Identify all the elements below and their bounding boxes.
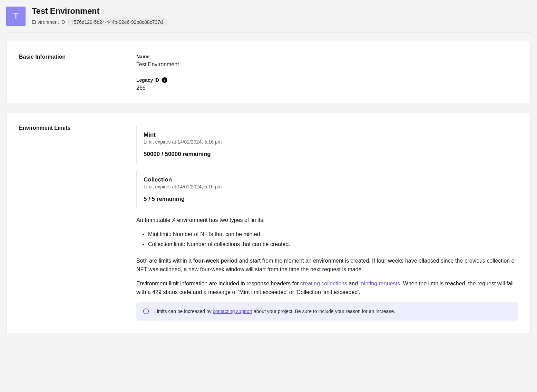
creating-collections-link[interactable]: creating collections xyxy=(300,281,347,286)
env-id-chip[interactable]: f576d129-5b24-444b-92e6-92b8c88c737d xyxy=(68,18,166,26)
collection-limit-box: Collection Limit expires at 14/01/2024, … xyxy=(136,170,518,209)
collection-limit-remaining: 5 / 5 remaining xyxy=(144,196,511,203)
bullet-mint: Mint limit: Number of NFTs that can be m… xyxy=(148,230,518,239)
name-value: Test Environment xyxy=(136,61,518,68)
desc-intro: An Immutable X environment has two types… xyxy=(136,216,518,225)
mint-limit-expires: Limit expires at 14/01/2024, 5:16 pm xyxy=(144,139,511,145)
basic-info-title: Basic Information xyxy=(19,54,136,91)
page-header: T Test Environment Environment ID f576d1… xyxy=(6,6,531,33)
name-label: Name xyxy=(136,54,149,59)
avatar: T xyxy=(6,7,26,26)
desc-para2: Both are limits within a four-week perio… xyxy=(136,257,518,274)
info-outline-icon xyxy=(143,308,149,315)
env-id-label: Environment ID xyxy=(32,19,65,25)
legacy-id-value: 266 xyxy=(136,85,518,91)
environment-limits-card: Environment Limits Mint Limit expires at… xyxy=(6,112,531,333)
mint-limit-remaining: 50000 / 50000 remaining xyxy=(144,151,511,158)
page-title: Test Environment xyxy=(32,6,167,16)
mint-limit-box: Mint Limit expires at 14/01/2024, 5:16 p… xyxy=(136,125,518,164)
minting-requests-link[interactable]: minting requests xyxy=(360,281,400,286)
legacy-id-label: Legacy ID xyxy=(136,77,159,83)
svg-point-2 xyxy=(146,310,146,310)
info-icon[interactable]: i xyxy=(162,77,167,83)
increase-notice: Limits can be increased by contacting su… xyxy=(136,302,518,321)
environment-limits-title: Environment Limits xyxy=(19,125,136,321)
mint-limit-title: Mint xyxy=(144,131,511,138)
basic-info-card: Basic Information Name Test Environment … xyxy=(6,41,531,104)
desc-para3: Environment limit information are includ… xyxy=(136,280,518,297)
contacting-support-link[interactable]: contacting support xyxy=(213,308,252,314)
collection-limit-title: Collection xyxy=(144,176,511,183)
bullet-collection: Collection limit: Number of collections … xyxy=(148,240,518,249)
limits-description: An Immutable X environment has two types… xyxy=(136,216,518,321)
collection-limit-expires: Limit expires at 14/01/2024, 5:16 pm xyxy=(144,184,511,189)
